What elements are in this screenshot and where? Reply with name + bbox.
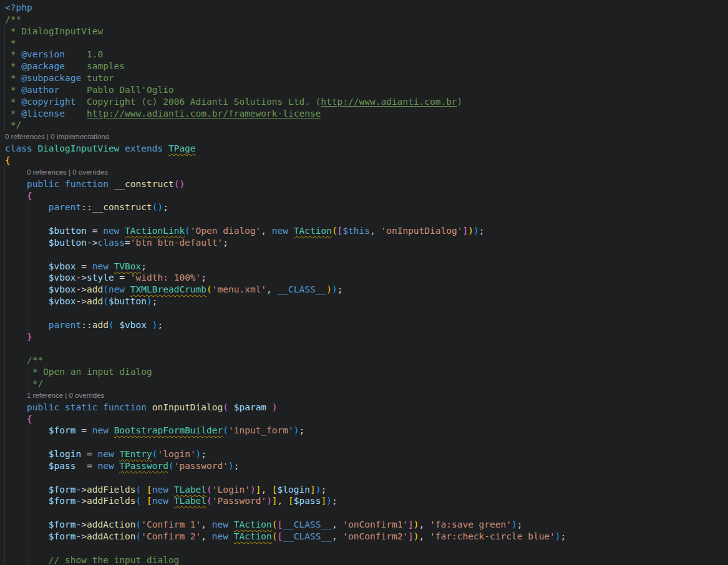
code-line: $button->class='btn btn-default'; [0,237,728,249]
code-token-pun [147,402,152,412]
indent-guide [27,472,27,484]
code-token-pun: = [76,461,98,471]
code-token-b1: ] [310,485,316,495]
code-token-b2: [ [278,519,283,529]
code-token-b1: ( [272,519,278,529]
code-token-var: $pass [294,496,321,506]
indent-guide [4,49,5,60]
indent-guide [27,284,27,296]
code-token-kw: function [65,179,109,189]
code-token-str: 'login' [158,449,196,459]
indent-guide [4,390,5,402]
code-token-kw: new [103,226,119,236]
code-token-pun: , [201,531,211,541]
code-token-pun: , [332,531,342,541]
code-line [0,307,728,319]
code-token-str: 'Open dialog' [190,226,261,236]
class-name-with-warning-squiggle: TAction [294,226,332,236]
indent-guide [27,378,27,390]
code-token-kw: new [109,284,125,294]
code-line: parent::add( $vbox ); [0,319,728,331]
code-token-kw: $this [342,226,370,236]
code-token-var: $vbox [49,284,76,294]
indent-guide [27,213,27,225]
code-token-b2: ) [266,496,272,506]
class-name-with-warning-squiggle: TPage [168,143,196,153]
code-token-com: * [5,38,16,48]
code-line: /** [0,14,728,26]
code-token-var: $form [49,519,76,529]
indent-guide [4,167,5,178]
code-token-b1: ] [321,496,326,506]
codelens-references-link[interactable]: 1 reference | 0 overrides [5,392,104,399]
code-line: $vbox = new TVBox; [0,261,728,273]
code-token-tag: @license [21,109,65,118]
code-token-kw: static [65,402,97,412]
code-token-com: samples [65,61,125,71]
code-token-b1: ( [206,284,212,294]
code-token-b1: [ [147,485,152,495]
indent-guide [4,261,5,273]
code-token-b2: ( [223,402,228,412]
code-token-kw: <?php [5,2,32,12]
indent-guide [27,225,27,237]
code-token-var: $form [49,485,76,495]
code-token-tag: @author [21,85,59,95]
codelens-line: 1 reference | 0 overrides [0,390,728,402]
code-token-var: $vbox [49,261,76,271]
code-token-pun: -> [76,296,87,306]
indent-guide [4,108,5,120]
code-token-b1: [ [288,496,294,506]
code-token-pun [59,179,65,189]
code-token-b1: [ [272,485,278,495]
code-token-pun: ; [337,284,343,294]
code-token-kw: __CLASS__ [283,519,332,529]
code-line: * @license http://www.adianti.com.br/fra… [0,108,728,120]
code-token-var: $vbox [119,320,147,330]
indent-guide [27,296,27,307]
code-token-com: Pablo Dall'Oglio [59,85,173,95]
code-token-com: tutor [81,73,114,83]
code-token-kw: class [97,238,125,248]
code-editor[interactable]: <?php/** * DialogInputView * * @version … [0,0,728,565]
code-line [0,472,728,484]
code-line: * @package samples [0,60,728,72]
code-token-pun [125,284,130,294]
code-line [0,507,728,519]
code-token-str: 'far:check-circle blue' [430,531,555,541]
code-token-str: 'fa:save green' [430,519,512,529]
comment-hyperlink[interactable]: http://www.adianti.com.br/framework-lice… [87,109,321,118]
code-token-b1: ) [414,531,419,541]
code-token-pun: -> [87,238,97,248]
indent-guide [27,519,27,531]
code-token-com: /** [5,14,21,24]
code-token-b1: [ [147,496,152,506]
indent-guide [4,543,5,554]
code-token-com: */ [5,120,21,130]
code-token-pun: ; [299,425,304,435]
code-token-b1: ) [414,519,419,529]
code-token-fn: addFields [87,485,136,495]
code-token-b1: { [5,155,11,165]
code-line: $pass = new TPassword('password'); [0,460,728,472]
indent-guide [4,201,5,213]
code-token-pun: -> [76,485,87,495]
code-token-b2: { [27,191,32,201]
code-token-pun [288,226,294,236]
indent-guide [27,249,27,261]
indent-guide [4,213,5,225]
code-token-var: $login [278,485,310,495]
code-token-kw: new [212,531,228,541]
comment-hyperlink[interactable]: http://www.adianti.com.br [321,97,457,107]
code-token-pun [109,179,114,189]
codelens-references-link[interactable]: 0 references | 0 overrides [5,168,108,176]
code-token-com: * [5,109,21,118]
codelens-references-link[interactable]: 0 references | 0 implementations [5,133,109,140]
code-token-pun [163,143,168,153]
code-line: * Open an input dialog [0,366,728,378]
code-token-str: 'menu.xml' [212,284,266,294]
code-token-b3: ( [185,226,190,236]
code-token-str: 'Login' [212,485,250,495]
indent-guide [4,249,5,261]
code-token-pun [5,191,27,201]
